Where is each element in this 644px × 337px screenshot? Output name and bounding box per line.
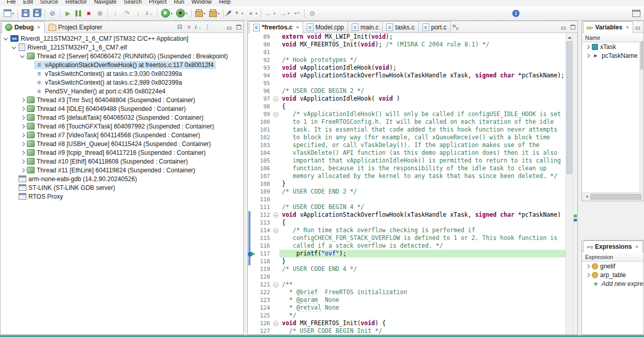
expand-chevron-icon[interactable]: [584, 262, 591, 270]
gutter-marker-column[interactable]: [248, 319, 255, 327]
debug-tree-item[interactable]: Thread #7 [VideoTask] 604114568 (Suspend…: [1, 131, 243, 139]
terminate-button[interactable]: ■: [83, 8, 94, 19]
line-number[interactable]: 121: [255, 281, 273, 288]
line-number[interactable]: 92: [255, 56, 273, 64]
scrollbar-thumb[interactable]: [567, 41, 572, 174]
menu-project[interactable]: Project: [145, 0, 170, 6]
skip-all-breakpoints-button[interactable]: ⊘: [47, 8, 58, 19]
code-line[interactable]: 89extern void MX_LWIP_Init(void);: [248, 33, 566, 41]
line-number[interactable]: 98: [255, 103, 273, 110]
code-line[interactable]: 119/* USER CODE END 4 */: [248, 265, 566, 273]
line-number[interactable]: 127: [255, 327, 273, 334]
close-icon[interactable]: ×: [296, 25, 299, 30]
next-annotation-button[interactable]: ▼▾: [231, 8, 245, 19]
debug-tree-item[interactable]: ≡PendSV_Handler() at port.c:435 0x80224e…: [1, 87, 243, 95]
gutter-marker-column[interactable]: [248, 242, 255, 250]
forward-button[interactable]: →▾: [277, 8, 291, 19]
code-line[interactable]: 103 specified, or call vTaskDelay()). If…: [248, 141, 566, 149]
code-line[interactable]: 104 vTaskDelete() API function (as this …: [248, 149, 566, 157]
code-line[interactable]: 96/* USER CODE BEGIN 2 */: [248, 87, 566, 95]
menu-refactor[interactable]: Refactor: [62, 0, 91, 6]
line-number[interactable]: 114: [255, 227, 273, 234]
suspend-button[interactable]: [74, 8, 83, 19]
collapse-all-button[interactable]: ⊟: [175, 22, 184, 31]
debug-configurations-button[interactable]: ▾: [208, 8, 221, 19]
line-number[interactable]: 120: [255, 273, 273, 281]
step-over-button[interactable]: ↷: [121, 8, 132, 19]
variables-vertical-scrollbar[interactable]: [639, 41, 643, 193]
gutter-marker-column[interactable]: [248, 64, 255, 72]
menu-help[interactable]: Help: [215, 0, 234, 6]
editor-vertical-scrollbar[interactable]: [566, 33, 573, 334]
fold-minus-icon[interactable]: [273, 95, 279, 103]
gutter-marker-column[interactable]: [248, 126, 255, 134]
code-line[interactable]: 107 memory allocated by the kernel to an…: [248, 172, 566, 180]
close-icon[interactable]: ×: [626, 25, 629, 30]
debug-tree-item[interactable]: RTOS Proxy: [1, 192, 243, 201]
breakpoint-marker[interactable]: [574, 219, 577, 221]
gutter-marker-column[interactable]: [248, 33, 255, 41]
expression-item[interactable]: arp_table: [582, 270, 643, 279]
gutter-marker-column[interactable]: [248, 110, 255, 118]
scrollbar-thumb[interactable]: [640, 41, 643, 70]
debug-tree-item[interactable]: ≡vTaskSwitchContext() at tasks.c:2,989 0…: [1, 78, 243, 87]
resume-button[interactable]: ▶: [62, 8, 73, 19]
gutter-marker-column[interactable]: [248, 281, 255, 288]
line-number[interactable]: 109: [255, 188, 273, 196]
expand-chevron-icon[interactable]: [584, 52, 591, 60]
code-line[interactable]: 101 task. It is essential that code adde…: [248, 126, 566, 134]
line-number[interactable]: 91: [255, 49, 273, 56]
expression-item[interactable]: +Add new expression: [582, 279, 643, 288]
fold-minus-icon[interactable]: [273, 319, 279, 327]
debug-tree-item[interactable]: Thread #5 [defaultTask] 604065032 (Suspe…: [1, 113, 243, 122]
gutter-marker-column[interactable]: [248, 312, 255, 319]
line-number[interactable]: 96: [255, 87, 273, 95]
expand-chevron-icon[interactable]: [19, 149, 26, 157]
close-icon[interactable]: ×: [635, 244, 638, 249]
line-number[interactable]: 108: [255, 180, 273, 188]
code-line[interactable]: 118}: [248, 258, 566, 265]
code-line[interactable]: 91: [248, 49, 566, 56]
current-line-marker[interactable]: [574, 215, 577, 217]
line-number[interactable]: 94: [255, 72, 273, 79]
debug-view-tab-project-explorer[interactable]: Project Explorer: [45, 21, 107, 33]
gutter-marker-column[interactable]: [248, 141, 255, 149]
expand-chevron-icon[interactable]: [11, 43, 18, 52]
line-number[interactable]: 97: [255, 95, 273, 103]
variables-horizontal-scrollbar[interactable]: [582, 192, 643, 201]
code-line[interactable]: 108}: [248, 180, 566, 188]
code-line[interactable]: 116 called if a stack overflow is detect…: [248, 242, 566, 250]
view-menu-button[interactable]: ⋮: [203, 22, 212, 31]
line-number[interactable]: 117: [255, 250, 273, 258]
variables-column-header[interactable]: Name: [582, 33, 643, 42]
gutter-marker-column[interactable]: [248, 265, 255, 273]
code-line[interactable]: 113{: [248, 219, 566, 227]
editor-tab-freertos-c[interactable]: c*freertos.c×: [249, 21, 303, 33]
line-number[interactable]: 111: [255, 203, 273, 211]
gutter-marker-column[interactable]: [248, 134, 255, 141]
code-line[interactable]: 100 to 1 in FreeRTOSConfig.h. It will be…: [248, 118, 566, 126]
debug-tree-item[interactable]: Thread #3 [Tmr Svc] 604048804 (Suspended…: [1, 95, 243, 104]
debug-button[interactable]: ▾: [175, 8, 189, 19]
panel-splitter[interactable]: [578, 21, 582, 335]
gutter-marker-column[interactable]: [248, 219, 255, 227]
debug-tree-item[interactable]: ≡vApplicationStackOverflowHook() at free…: [1, 60, 243, 69]
code-line[interactable]: 106 function, because it is the responsi…: [248, 165, 566, 172]
line-number[interactable]: 124: [255, 304, 273, 312]
line-number[interactable]: 95: [255, 79, 273, 87]
menu-navigate[interactable]: Navigate: [90, 0, 120, 6]
previous-annotation-button[interactable]: ▲▾: [245, 8, 259, 19]
menu-search[interactable]: Search: [120, 0, 146, 6]
editor-tab-port-c[interactable]: cport.c: [418, 21, 451, 33]
menu-edit[interactable]: Edit: [20, 0, 37, 6]
line-number[interactable]: 123: [255, 296, 273, 304]
code-line[interactable]: 95: [248, 79, 566, 87]
expressions-view-tab-expressions[interactable]: x+yExpressions×: [583, 240, 643, 252]
gutter-marker-column[interactable]: [248, 172, 255, 180]
fold-minus-icon[interactable]: [273, 211, 279, 219]
menu-file[interactable]: File: [3, 0, 20, 6]
remove-all-terminated-button[interactable]: ×: [184, 22, 194, 31]
gutter-marker-column[interactable]: [248, 203, 255, 211]
overview-ruler[interactable]: [573, 33, 577, 334]
code-line[interactable]: 99 /* vApplicationIdleHook() will only b…: [248, 110, 566, 118]
